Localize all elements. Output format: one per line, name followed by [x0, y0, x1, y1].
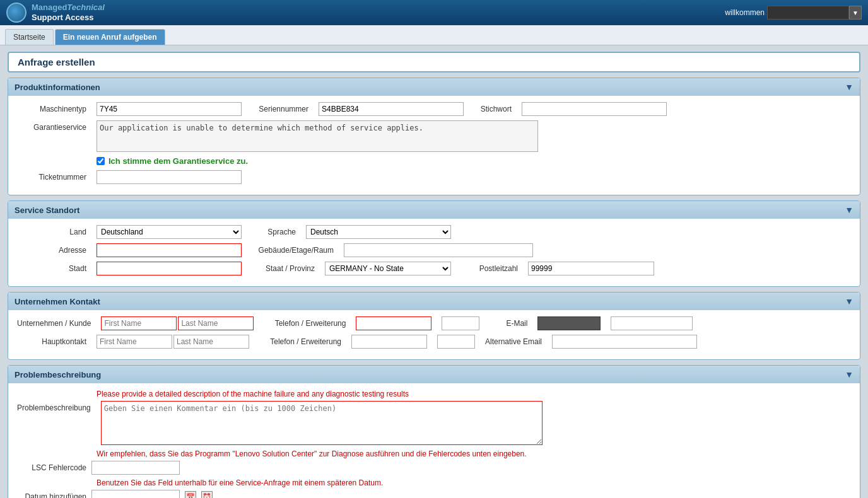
problembeschreibung-row: Problembeschreibung: [17, 401, 851, 445]
lsc-input[interactable]: [91, 461, 180, 475]
seriennummer-input[interactable]: [319, 102, 464, 116]
stichwort-input[interactable]: [522, 102, 667, 116]
chevron-down-icon-3: ▼: [845, 296, 853, 306]
section-service-standort: Service Standort ▼ Land Deutschland Spra…: [8, 200, 860, 287]
garantieservice-label: Garantieservice: [17, 123, 86, 132]
hauptkontakt-label: Hauptkontakt: [17, 337, 86, 346]
chevron-down-icon-2: ▼: [845, 205, 853, 215]
unternehmen-label: Unternehmen / Kunde: [17, 319, 91, 328]
land-sprache-row: Land Deutschland Sprache Deutsch: [17, 225, 851, 239]
gebaeude-input[interactable]: [344, 243, 533, 257]
section-body-produktinformationen: Maschinentyp Seriennummer Stichwort Gara…: [8, 96, 860, 195]
telefon-input[interactable]: [356, 316, 431, 330]
land-select[interactable]: Deutschland: [97, 225, 242, 239]
user-dropdown[interactable]: ▼: [767, 6, 862, 20]
ticketnummer-label: Ticketnummer: [17, 173, 86, 182]
unternehmen-row: Unternehmen / Kunde Telefon / Erweiterun…: [17, 316, 851, 330]
gebaeude-label: Gebäude/Etage/Raum: [252, 246, 334, 255]
section-body-unternehmen-kontakt: Unternehmen / Kunde Telefon / Erweiterun…: [8, 310, 860, 359]
problembeschreibung-label: Problembeschreibung: [17, 403, 91, 412]
section-header-service-standort[interactable]: Service Standort ▼: [8, 201, 860, 219]
section-header-problembeschreibung[interactable]: Problembeschreibung ▼: [8, 366, 860, 383]
lsc-label: LSC Fehlercode: [17, 463, 86, 472]
unternehmen-name-pair: [101, 316, 254, 330]
maschinentyp-row: Maschinentyp Seriennummer Stichwort: [17, 102, 851, 116]
adresse-label: Adresse: [17, 246, 86, 255]
maschinentyp-input[interactable]: [97, 102, 242, 116]
section-unternehmen-kontakt: Unternehmen Kontakt ▼ Unternehmen / Kund…: [8, 292, 860, 360]
welcome-text: willkommen: [725, 8, 765, 17]
section-header-unternehmen-kontakt[interactable]: Unternehmen Kontakt ▼: [8, 292, 860, 310]
logo-icon: [6, 3, 26, 23]
lsc-info: Wir empfehlen, dass Sie das Programm "Le…: [97, 449, 851, 458]
seriennummer-label: Seriennummer: [252, 105, 308, 113]
section-header-produktinformationen[interactable]: Produktinformationen ▼: [8, 78, 860, 96]
staat-label: Staat / Provinz: [252, 264, 315, 273]
sprache-label: Sprache: [252, 228, 296, 236]
tab-startseite[interactable]: Startseite: [5, 29, 54, 45]
user-dropdown-input[interactable]: [767, 6, 849, 20]
user-dropdown-btn[interactable]: ▼: [849, 6, 862, 20]
email-light-input[interactable]: [611, 316, 693, 330]
alt-email-input[interactable]: [552, 335, 697, 349]
telefon-label: Telefon / Erweiterung: [264, 319, 346, 328]
hk-telefon-input[interactable]: [351, 335, 427, 349]
datum-info: Benutzen Sie das Feld unterhalb für eine…: [97, 478, 851, 487]
postleitzahl-label: Postleitzahl: [461, 264, 518, 273]
datum-label: Datum hinzufügen: [17, 492, 86, 498]
adresse-gebaeude-row: Adresse Gebäude/Etage/Raum: [17, 243, 851, 257]
section-problembeschreibung: Problembeschreibung ▼ Please provide a d…: [8, 365, 860, 498]
hauptkontakt-firstname-input[interactable]: [97, 335, 172, 349]
staat-select[interactable]: GERMANY - No State: [325, 262, 451, 275]
ticketnummer-row: Ticketnummer: [17, 170, 851, 184]
garantieservice-checkbox[interactable]: [97, 157, 105, 165]
calendar-icon[interactable]: 📅: [185, 491, 196, 498]
logo-text: ManagedTechnical Support Access: [32, 3, 105, 22]
land-label: Land: [17, 228, 86, 236]
problembeschreibung-info: Please provide a detailed description of…: [17, 390, 851, 398]
datum-input[interactable]: [91, 490, 180, 498]
main-content: Anfrage erstellen Produktinformationen ▼…: [0, 45, 868, 498]
stadt-staat-row: Stadt Staat / Provinz GERMANY - No State…: [17, 262, 851, 275]
hauptkontakt-row: Hauptkontakt Telefon / Erweiterung Alter…: [17, 335, 851, 349]
clock-icon[interactable]: ⏰: [201, 491, 213, 498]
header: ManagedTechnical Support Access willkomm…: [0, 0, 868, 25]
erweiterung-input[interactable]: [442, 316, 479, 330]
hk-telefon-label: Telefon / Erweiterung: [259, 337, 341, 346]
stadt-label: Stadt: [17, 264, 86, 273]
chevron-down-icon-4: ▼: [845, 369, 853, 379]
sprache-select[interactable]: Deutsch: [306, 225, 451, 239]
section-body-service-standort: Land Deutschland Sprache Deutsch Adresse…: [8, 219, 860, 286]
hauptkontakt-lastname-input[interactable]: [173, 335, 249, 349]
section-body-problembeschreibung: Please provide a detailed description of…: [8, 383, 860, 498]
garantieservice-row: Garantieservice Our application is unabl…: [17, 120, 851, 152]
stadt-input[interactable]: [97, 262, 242, 275]
header-right: willkommen ▼: [725, 6, 862, 20]
maschinentyp-label: Maschinentyp: [17, 105, 86, 113]
logo: ManagedTechnical Support Access: [6, 3, 105, 23]
lsc-row: LSC Fehlercode: [17, 461, 851, 475]
adresse-input[interactable]: [97, 243, 242, 257]
unternehmen-firstname-input[interactable]: [101, 316, 177, 330]
email-dark-input[interactable]: [537, 316, 601, 330]
nav-tabs: Startseite Ein neuen Anruf aufgeben: [0, 25, 868, 45]
section-produktinformationen: Produktinformationen ▼ Maschinentyp Seri…: [8, 78, 860, 195]
datum-row: Datum hinzufügen 📅 ⏰: [17, 490, 851, 498]
garantieservice-checkbox-label: Ich stimme dem Garantieservice zu.: [108, 156, 248, 166]
email-label: E-Mail: [490, 319, 527, 328]
stichwort-label: Stichwort: [474, 105, 512, 113]
alt-email-label: Alternative Email: [485, 337, 542, 346]
tab-new-call[interactable]: Ein neuen Anruf aufgeben: [55, 29, 165, 45]
checkbox-row: Ich stimme dem Garantieservice zu.: [17, 156, 851, 166]
garantieservice-textarea: Our application is unable to determine w…: [97, 120, 538, 152]
unternehmen-lastname-input[interactable]: [178, 316, 254, 330]
ticketnummer-input[interactable]: [97, 170, 242, 184]
chevron-down-icon: ▼: [845, 82, 853, 92]
hauptkontakt-name-pair: [97, 335, 249, 349]
problembeschreibung-textarea[interactable]: [101, 401, 542, 445]
postleitzahl-input[interactable]: [528, 262, 654, 275]
hk-erweiterung-input[interactable]: [437, 335, 475, 349]
page-title: Anfrage erstellen: [8, 52, 860, 72]
